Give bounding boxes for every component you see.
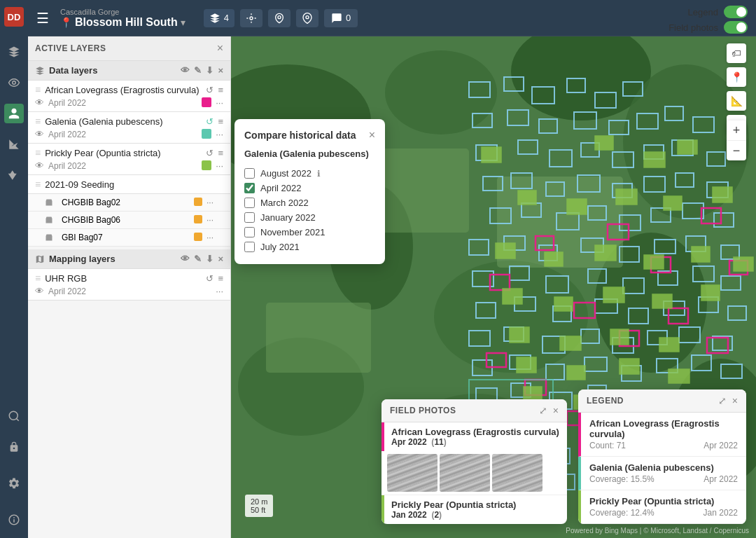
photo-thumb-1[interactable]	[387, 454, 438, 492]
layer-date-african: April 2022	[48, 98, 86, 108]
mapping-close-icon[interactable]: ×	[218, 254, 223, 264]
layer-date-galenia: April 2022	[48, 130, 86, 139]
svg-rect-129	[644, 152, 665, 167]
layer-eye-icon-galenia[interactable]: 👁	[35, 129, 44, 139]
data-close-icon[interactable]: ×	[218, 65, 223, 76]
field-photos-actions: ⤢ ×	[539, 405, 559, 416]
layer-history-icon-uhr[interactable]: ↺	[206, 273, 214, 284]
photo-thumb-2[interactable]	[440, 454, 490, 492]
svg-rect-139	[644, 255, 664, 269]
svg-point-7	[385, 50, 497, 134]
sidebar-icon-search[interactable]	[4, 406, 24, 426]
sub-more-bag07[interactable]: ···	[206, 233, 214, 242]
data-download-icon[interactable]: ⬇	[206, 65, 214, 76]
layer-settings-icon[interactable]: ≡	[218, 85, 223, 95]
drag-handle[interactable]: ≡	[35, 84, 41, 95]
date-checkbox-mar2022[interactable]	[244, 198, 255, 208]
location-selector[interactable]: Cascadilla Gorge 📍 Blossom Hill South ▾	[60, 8, 186, 29]
legend-toggle[interactable]	[724, 6, 748, 18]
field-photos-expand-icon[interactable]: ⤢	[539, 405, 547, 416]
sub-more-bag02[interactable]: ···	[206, 198, 214, 207]
field-photos-label: Field photos	[668, 22, 718, 33]
chat-button[interactable]: 0	[324, 9, 358, 27]
photo-thumb-3[interactable]	[492, 454, 542, 492]
layers-button[interactable]: 4	[204, 9, 234, 27]
layer-settings-icon-uhr[interactable]: ≡	[218, 273, 223, 284]
layer-color-prickly	[202, 160, 211, 170]
date-checkbox-aug2022[interactable]	[244, 168, 255, 179]
location-name: Blossom Hill South	[75, 16, 178, 29]
layer-history-icon-galenia[interactable]: ↺	[206, 116, 214, 127]
legend-close-icon[interactable]: ×	[732, 395, 738, 406]
photos-nav-icon[interactable]: ›	[560, 466, 564, 481]
data-eye-icon[interactable]: 👁	[181, 65, 190, 76]
layer-eye-icon[interactable]: 👁	[35, 97, 44, 108]
map-location-button[interactable]: 📍	[727, 67, 746, 87]
svg-rect-134	[664, 196, 682, 210]
date-checkbox-jan2022[interactable]	[244, 212, 255, 223]
tool-button-1[interactable]	[240, 9, 262, 27]
layer-more-icon-galenia[interactable]: ···	[216, 129, 223, 139]
sidebar-icon-lock[interactable]	[4, 437, 24, 457]
sidebar-icon-person[interactable]	[4, 104, 24, 123]
layer-date-uhr: April 2022	[48, 287, 86, 296]
drag-handle-prickly[interactable]: ≡	[35, 147, 41, 158]
sub-item-name-bag06: CHGBIB Bag06	[62, 215, 120, 225]
layer-more-icon-uhr[interactable]: ···	[216, 286, 223, 296]
compare-popup-close[interactable]: ×	[369, 129, 375, 142]
svg-rect-127	[482, 147, 501, 163]
field-photos-title: FIELD PHOTOS	[390, 406, 456, 415]
date-checkbox-nov2021[interactable]	[244, 227, 255, 237]
date-checkbox-jul2021[interactable]	[244, 242, 255, 252]
field-photos-close-icon[interactable]: ×	[553, 405, 559, 416]
svg-rect-138	[595, 245, 616, 261]
sidebar-icon-mountain[interactable]	[4, 165, 24, 185]
sidebar-icon-gear[interactable]	[4, 474, 24, 493]
sub-more-bag06[interactable]: ···	[206, 215, 214, 225]
legend-date-african: Apr 2022	[704, 441, 738, 450]
avatar: DD	[4, 7, 24, 27]
svg-rect-143	[554, 297, 573, 311]
left-sidebar: DD	[0, 0, 28, 538]
mapping-edit-icon[interactable]: ✎	[194, 254, 202, 264]
legend-meta-african: Count: 71 Apr 2022	[589, 441, 738, 450]
species1-date: Apr 2022 (11)	[391, 437, 560, 447]
tool-button-3[interactable]	[296, 9, 318, 27]
layer-settings-icon-galenia[interactable]: ≡	[218, 116, 223, 127]
layer-more-icon[interactable]: ···	[216, 97, 223, 108]
date-label-apr2022: April 2022	[260, 183, 302, 193]
mapping-eye-icon[interactable]: 👁	[181, 254, 190, 264]
hamburger-button[interactable]: ☰	[36, 10, 49, 27]
svg-point-2	[250, 17, 253, 20]
drag-handle-uhr[interactable]: ≡	[35, 273, 41, 284]
map-measure-button[interactable]: 📐	[727, 91, 746, 111]
species2-name: Prickly Pear (Opuntia stricta)	[391, 499, 516, 510]
svg-rect-145	[652, 294, 672, 308]
zoom-out-button[interactable]: −	[727, 141, 746, 160]
layer-eye-icon-uhr[interactable]: 👁	[35, 286, 44, 296]
layer-history-icon-prickly[interactable]: ↺	[206, 148, 214, 158]
svg-rect-142	[503, 289, 522, 304]
sidebar-icon-info[interactable]	[4, 510, 24, 530]
sidebar-icon-eye[interactable]	[4, 73, 24, 92]
layer-more-icon-prickly[interactable]: ···	[216, 160, 223, 171]
mapping-download-icon[interactable]: ⬇	[206, 254, 214, 264]
drag-handle-galenia[interactable]: ≡	[35, 116, 41, 127]
sub-item-icon	[45, 198, 53, 207]
drag-handle-seeding[interactable]: ≡	[35, 179, 41, 190]
field-photos-toggle[interactable]	[724, 21, 748, 34]
sidebar-icon-layers[interactable]	[4, 42, 24, 62]
zoom-in-button[interactable]: +	[727, 120, 746, 140]
svg-rect-132	[567, 199, 587, 214]
legend-item-african: African Lovegrass (Eragrostis curvula) C…	[578, 413, 746, 457]
date-checkbox-apr2022[interactable]	[244, 183, 255, 193]
legend-expand-icon[interactable]: ⤢	[718, 395, 727, 406]
tool-button-2[interactable]	[268, 9, 290, 27]
sidebar-icon-chart[interactable]	[4, 134, 24, 154]
layer-history-icon[interactable]: ↺	[206, 85, 214, 95]
layer-eye-icon-prickly[interactable]: 👁	[35, 160, 44, 171]
layers-panel-close[interactable]: ×	[217, 42, 223, 55]
map-tag-button[interactable]: 🏷	[727, 43, 746, 63]
layer-settings-icon-prickly[interactable]: ≡	[218, 148, 223, 158]
data-edit-icon[interactable]: ✎	[194, 65, 202, 76]
